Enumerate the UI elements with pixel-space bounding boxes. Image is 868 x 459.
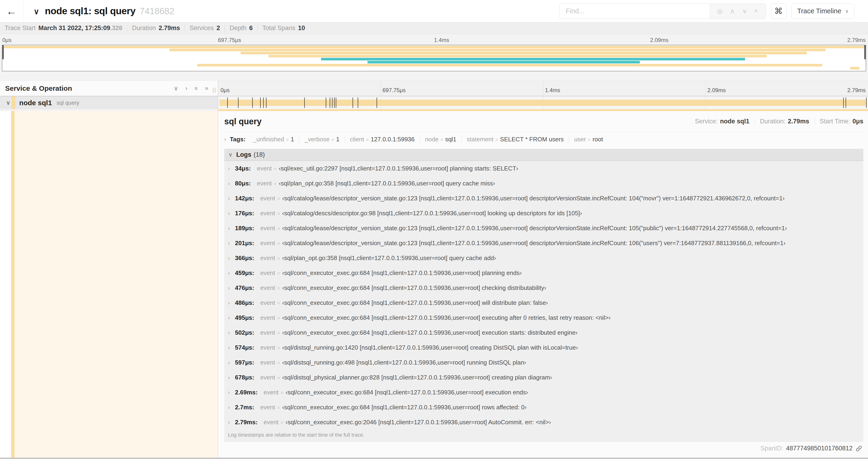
collapse-trace-icon[interactable]: ∨ (34, 7, 39, 16)
span-bar-wrap (220, 97, 867, 108)
log-entry[interactable]: › 459μs: event = ‹sql/conn_executor_exec… (224, 265, 863, 280)
log-entry[interactable]: › 574μs: event = ‹sql/distsql_running.go… (224, 340, 863, 355)
timeline-tick: 697.75μs (382, 87, 406, 94)
log-expand-icon[interactable]: › (228, 195, 235, 202)
service-color-stripe (12, 96, 16, 109)
log-entry[interactable]: › 80μs: event = ‹sql/plan_opt.go:358 [ns… (224, 176, 863, 191)
keyboard-shortcuts-button[interactable]: ⌘ (771, 3, 786, 19)
topbar-actions: ◎ ∧ ∨ × ⌘ Trace Timeline ∨ (560, 3, 868, 19)
log-expand-icon[interactable]: › (228, 166, 235, 172)
log-expand-icon[interactable]: › (228, 374, 235, 381)
find-clear-icon[interactable]: × (754, 7, 758, 15)
equals-sign: = (280, 390, 283, 396)
column-resizer-handle[interactable]: || (213, 86, 216, 93)
log-expand-icon[interactable]: › (228, 404, 235, 411)
span-row-label[interactable]: ∨ node sql1 sql query (0, 96, 218, 109)
logs-list: › 34μs: event = ‹sql/exec_util.go:2297 [… (224, 161, 863, 430)
collapse-deep-icon[interactable]: » (192, 87, 200, 90)
log-expand-icon[interactable]: › (228, 390, 235, 396)
log-entry[interactable]: › 189μs: event = ‹sql/catalog/lease/desc… (224, 221, 863, 236)
minimap-row (2, 67, 866, 69)
log-entry[interactable]: › 366μs: event = ‹sql/plan_opt.go:358 [n… (224, 251, 863, 265)
trace-minimap[interactable] (2, 45, 866, 71)
selected-row-background (14, 111, 218, 458)
spanid-value: 4877749850101760812 (786, 445, 852, 452)
log-entry[interactable]: › 201μs: event = ‹sql/catalog/lease/desc… (224, 236, 863, 251)
equals-sign: = (277, 315, 280, 321)
copy-link-icon[interactable] (856, 445, 862, 452)
span-detail-zone: sql query Service:node sql1Duration:2.79… (0, 111, 868, 458)
log-field-value: ‹sql/catalog/lease/descriptor_version_st… (282, 195, 784, 202)
tags-expand-icon[interactable]: › (224, 136, 226, 142)
log-entry[interactable]: › 34μs: event = ‹sql/exec_util.go:2297 [… (224, 161, 863, 176)
log-field-value: ‹sql/plan_opt.go:358 [nsql1,client=127.0… (279, 180, 495, 187)
log-expand-icon[interactable]: › (228, 225, 235, 232)
equals-sign: = (277, 300, 280, 306)
equals-sign: = (277, 360, 280, 366)
find-group: ◎ ∧ ∨ × (560, 3, 766, 19)
view-selector-button[interactable]: Trace Timeline ∨ (792, 3, 855, 19)
log-entry[interactable]: › 495μs: event = ‹sql/conn_executor_exec… (224, 310, 863, 325)
logs-header[interactable]: ∨ Logs (18) (224, 149, 863, 161)
log-timestamp: 2.69ms: (235, 389, 257, 396)
operation-name: sql query (57, 100, 79, 106)
log-field-value: ‹sql/conn_executor_exec.go:684 [nsql1,cl… (282, 299, 548, 306)
log-entry[interactable]: › 176μs: event = ‹sql/catalog/descs/desc… (224, 206, 863, 221)
log-entry[interactable]: › 2.79ms: event = ‹sql/conn_executor_exe… (224, 415, 863, 430)
expand-all-icon[interactable]: » (205, 85, 208, 92)
log-field-value: ‹sql/catalog/lease/descriptor_version_st… (282, 225, 787, 232)
log-field-key: event (260, 299, 275, 306)
row-collapse-icon[interactable]: ∨ (6, 99, 10, 106)
log-expand-icon[interactable]: › (228, 345, 235, 351)
span-row-timeline[interactable] (218, 96, 868, 109)
log-expand-icon[interactable]: › (228, 240, 235, 247)
minimap-left-scrubber[interactable] (2, 45, 4, 59)
minimap-right-scrubber[interactable] (864, 45, 866, 59)
log-entry[interactable]: › 597μs: event = ‹sql/distsql_running.go… (224, 355, 863, 370)
log-expand-icon[interactable]: › (228, 360, 235, 366)
log-entry[interactable]: › 678μs: event = ‹sql/distsql_physical_p… (224, 370, 863, 385)
log-field-value: ‹sql/exec_util.go:2297 [nsql1,client=127… (279, 165, 518, 172)
find-prev-icon[interactable]: ∧ (730, 7, 735, 15)
minimap-row (2, 49, 866, 51)
log-expand-icon[interactable]: › (228, 330, 235, 336)
log-expand-icon[interactable]: › (228, 210, 235, 217)
find-input[interactable] (560, 4, 710, 19)
log-entry[interactable]: › 502μs: event = ‹sql/conn_executor_exec… (224, 325, 863, 340)
log-field-key: event (264, 419, 279, 426)
span-duration-bar[interactable] (220, 100, 867, 106)
equals-sign: = (286, 137, 289, 142)
log-expand-icon[interactable]: › (228, 285, 235, 291)
find-next-icon[interactable]: ∨ (742, 7, 747, 15)
stat-value: March 31 2022, 17:25:09 (38, 25, 111, 32)
collapse-all-icon[interactable]: ∨ (174, 85, 178, 92)
log-entry[interactable]: › 2.7ms: event = ‹sql/conn_executor_exec… (224, 400, 863, 415)
equals-sign: = (588, 137, 591, 142)
tags-row[interactable]: › Tags: _unfinished = 1 _verbose = 1 cli… (224, 132, 863, 146)
log-entry[interactable]: › 142μs: event = ‹sql/catalog/lease/desc… (224, 191, 863, 206)
log-expand-icon[interactable]: › (228, 300, 235, 306)
log-entry[interactable]: › 476μs: event = ‹sql/conn_executor_exec… (224, 280, 863, 295)
log-expand-icon[interactable]: › (228, 315, 235, 321)
log-expand-icon[interactable]: › (228, 181, 235, 187)
log-expand-icon[interactable]: › (228, 270, 235, 276)
service-operation-title: Service & Operation (5, 85, 72, 92)
minimap-span-bar (850, 67, 860, 69)
log-field-value: ‹sql/conn_executor_exec.go:684 [nsql1,cl… (282, 404, 526, 411)
log-field-key: event (260, 359, 275, 366)
equals-sign: = (277, 345, 280, 351)
back-button[interactable]: ← (0, 0, 23, 22)
find-target-icon[interactable]: ◎ (717, 7, 723, 15)
log-expand-icon[interactable]: › (228, 255, 235, 261)
log-marker-tick (377, 97, 377, 108)
span-row[interactable]: ∨ node sql1 sql query (0, 96, 868, 109)
minimap-row (2, 64, 866, 66)
log-field-key: event (260, 374, 275, 381)
tag-item: _unfinished = 1 (248, 136, 299, 143)
logs-collapse-icon[interactable]: ∨ (228, 151, 232, 158)
expand-one-icon[interactable]: › (185, 85, 187, 92)
log-entry[interactable]: › 486μs: event = ‹sql/conn_executor_exec… (224, 295, 863, 310)
equals-sign: = (440, 137, 443, 142)
log-expand-icon[interactable]: › (228, 419, 235, 426)
log-entry[interactable]: › 2.69ms: event = ‹sql/conn_executor_exe… (224, 385, 863, 400)
